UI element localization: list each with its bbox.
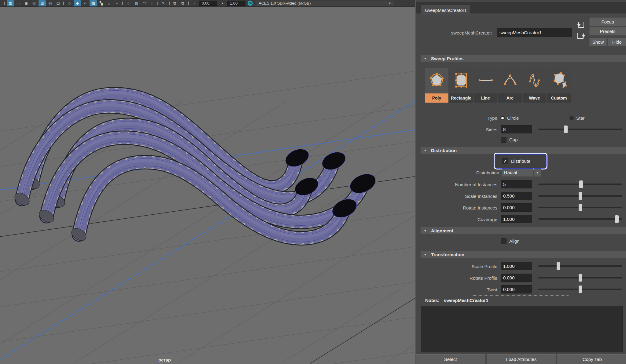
textured-icon[interactable]: ◐ (82, 0, 89, 6)
gamma-icon[interactable]: ◑ (219, 0, 226, 6)
profile-label: Custom (547, 93, 571, 103)
gate-mask-icon[interactable]: ▣ (31, 0, 38, 6)
tab-bar: sweepMeshCreator1 (416, 2, 626, 13)
rotate-instances-label: Rotate Instances (416, 205, 497, 210)
section-transformation[interactable]: ▼ Transformation (421, 251, 626, 258)
sides-field[interactable]: 8 (501, 125, 532, 133)
viewport[interactable]: persp (0, 7, 415, 364)
coverage-label: Coverage (416, 217, 497, 222)
viewport-canvas (0, 7, 415, 364)
num-instances-field[interactable]: 5 (501, 180, 532, 188)
exposure-icon[interactable]: ◔ (190, 0, 198, 6)
profile-arc[interactable]: Arc (498, 68, 522, 103)
twist-field[interactable]: 0.000 (501, 285, 532, 293)
tear-off-icon[interactable]: ⧉ (179, 0, 186, 6)
rotate-instances-slider[interactable] (538, 203, 622, 212)
wireframe-icon[interactable]: ◇ (66, 0, 73, 6)
twist-label: Twist (416, 287, 497, 292)
use-default-material-icon[interactable]: ▚ (98, 0, 105, 6)
align-checkbox[interactable] (501, 238, 506, 244)
profile-label: Arc (498, 93, 522, 103)
gamma-field[interactable]: 1.00 (227, 1, 245, 6)
select-button[interactable]: Select (416, 354, 485, 364)
notes-textarea[interactable] (421, 306, 623, 352)
radio-star[interactable] (569, 116, 574, 120)
circle-label: Circle (507, 115, 519, 121)
output-connection-icon[interactable] (578, 33, 585, 38)
motion-blur-icon[interactable]: ◍ (133, 0, 140, 6)
separator (157, 1, 159, 5)
distribution-dropdown[interactable]: Radial ▼ (502, 169, 541, 177)
film-gate-icon[interactable]: ▭ (15, 0, 22, 6)
footer-buttons: Select Load Attributes Copy Tab (416, 354, 626, 364)
distribution-dropdown-label: Distribution (416, 170, 499, 175)
presets-button[interactable]: Presets (589, 27, 626, 35)
rotate-profile-slider[interactable] (538, 274, 622, 282)
sweep-mesh (13, 90, 379, 243)
shadows-icon[interactable]: ◗ (113, 0, 121, 6)
tear-off-copy-icon[interactable]: ⧉ (171, 0, 179, 6)
copy-tab-button[interactable]: Copy Tab (557, 354, 626, 364)
profile-line[interactable]: Line (474, 68, 497, 103)
cap-checkbox[interactable] (501, 137, 506, 143)
view-transform-dropdown[interactable]: ACES 1.0 SDR-video (sRGB) ▼ (256, 1, 394, 6)
profile-label: Line (474, 93, 497, 103)
safe-title-icon[interactable]: ⊡ (54, 0, 62, 6)
radio-circle[interactable] (500, 116, 505, 120)
num-instances-slider[interactable] (538, 180, 622, 188)
scale-instances-field[interactable]: 0.500 (501, 192, 532, 200)
ambient-occlusion-icon[interactable]: ◌ (125, 0, 132, 6)
tab-sweepmeshcreator1[interactable]: sweepMeshCreator1 (421, 5, 470, 15)
input-connection-icon[interactable] (577, 22, 584, 27)
section-sweep-profiles[interactable]: ▼ Sweep Profiles (421, 55, 626, 62)
slider-handle[interactable] (564, 126, 568, 133)
profile-wave[interactable]: Wave (523, 68, 546, 103)
section-title: Sweep Profiles (431, 56, 464, 61)
arc-profile-icon (498, 68, 522, 93)
xray-icon[interactable]: ▯ (149, 0, 156, 6)
separator (63, 1, 65, 5)
hide-button[interactable]: Hide (608, 38, 626, 46)
wave-profile-icon (523, 68, 546, 93)
notes-resize-handle[interactable] (473, 295, 569, 296)
show-button[interactable]: Show (589, 38, 607, 46)
profile-custom[interactable]: Custom (547, 68, 571, 103)
node-name-label: sweepMeshCreator: (434, 30, 492, 35)
scale-profile-label: Scale Profile (416, 264, 497, 269)
field-chart-icon[interactable]: ⊞ (39, 0, 46, 6)
separator (122, 1, 124, 5)
coverage-slider[interactable] (538, 215, 622, 223)
grid-icon[interactable]: ▦ (7, 0, 14, 6)
scale-profile-slider[interactable] (538, 262, 622, 270)
resolution-gate-icon[interactable]: ◙ (23, 0, 30, 6)
exposure-field[interactable]: 0.00 (199, 1, 217, 6)
wireframe-on-shaded-icon[interactable]: ▩ (90, 0, 97, 6)
rotate-instances-field[interactable]: 0.000 (501, 203, 532, 212)
section-title: Distribution (431, 148, 457, 153)
scale-instances-slider[interactable] (538, 192, 622, 200)
anti-aliasing-icon[interactable]: ◠ (141, 0, 148, 6)
star-label: Star (576, 115, 585, 121)
distribute-highlight: Distribute (495, 154, 547, 169)
coverage-field[interactable]: 1.000 (501, 215, 532, 223)
load-attributes-button[interactable]: Load Attributes (487, 354, 556, 364)
section-distribution[interactable]: ▼ Distribution (421, 147, 626, 154)
safe-action-icon[interactable]: ◎ (46, 0, 54, 6)
dropdown-value: Radial (502, 169, 533, 177)
section-alignment[interactable]: ▼ Alignment (421, 227, 626, 234)
node-name-field[interactable]: sweepMeshCreator1 (497, 28, 572, 37)
isolate-select-icon[interactable]: ↖ (160, 0, 167, 6)
profile-poly[interactable]: Poly (425, 68, 448, 103)
rotate-profile-label: Rotate Profile (416, 275, 497, 281)
twist-slider[interactable] (538, 285, 622, 293)
lighting-icon[interactable]: ☼ (105, 0, 113, 6)
attribute-editor: sweepMeshCreator1 sweepMeshCreator: swee… (415, 0, 626, 364)
profile-rectangle[interactable]: Rectangle (449, 68, 473, 103)
rotate-profile-field[interactable]: 0.000 (501, 274, 532, 282)
smooth-shade-all-icon[interactable]: ◆ (74, 0, 81, 6)
scale-profile-field[interactable]: 1.000 (501, 262, 532, 270)
focus-button[interactable]: Focus (589, 17, 626, 26)
color-management-toggle[interactable]: ON (248, 1, 253, 6)
distribute-checkbox[interactable] (502, 158, 508, 164)
sides-slider[interactable] (538, 125, 622, 133)
